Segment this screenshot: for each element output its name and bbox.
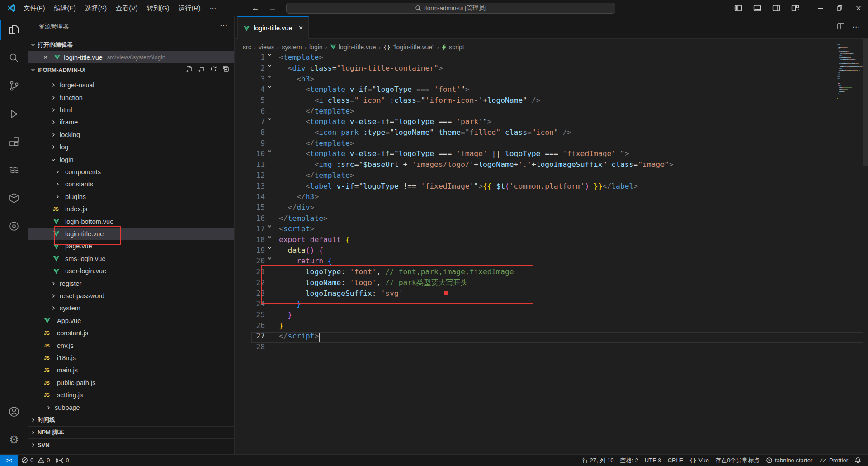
activity-circle-icon[interactable] <box>0 214 28 238</box>
breadcrumb-item-2[interactable]: system <box>282 43 302 51</box>
code-line-2[interactable]: 2<div class="login-title-container"> <box>235 63 868 74</box>
code-line-5[interactable]: 5<i class=" icon" :class="'iform-icon-'+… <box>235 95 868 106</box>
code-line-15[interactable]: 15</div> <box>235 202 868 213</box>
remote-indicator[interactable]: >< <box>0 455 18 466</box>
status-right-item-3[interactable]: CRLF <box>665 455 686 466</box>
activity-search-icon[interactable] <box>0 46 28 70</box>
layout-sidebar-right-button[interactable] <box>767 0 786 16</box>
tree-item-i18n.js[interactable]: JSi18n.js <box>28 352 235 364</box>
tree-item-user-login.vue[interactable]: user-login.vue <box>28 265 235 277</box>
command-center-search[interactable]: iform-admin-ui [管理员] <box>286 3 615 14</box>
tree-item-forget-usual[interactable]: forget-usual <box>28 79 235 91</box>
section-SVN[interactable]: SVN <box>28 438 235 451</box>
minimap[interactable] <box>837 44 864 108</box>
tree-item-components[interactable]: components <box>28 166 235 178</box>
menu-item-4[interactable]: 转到(G) <box>142 2 174 14</box>
fold-chevron-icon[interactable] <box>267 223 272 229</box>
tree-item-login[interactable]: login <box>28 153 235 166</box>
collapse-all-icon[interactable] <box>221 64 230 73</box>
menu-more[interactable]: ⋯ <box>205 2 221 14</box>
breadcrumb-item-5[interactable]: {}"login-title.vue" <box>383 43 434 51</box>
fold-chevron-icon[interactable] <box>267 74 272 79</box>
status-right-item-0[interactable]: 行 27, 列 10 <box>579 455 617 466</box>
tree-item-reset-password[interactable]: reset-password <box>28 290 235 302</box>
scrollbar[interactable] <box>863 39 868 166</box>
tree-item-function[interactable]: function <box>28 91 235 104</box>
activity-account-icon[interactable] <box>0 400 28 423</box>
activity-extensions-icon[interactable] <box>0 130 28 154</box>
code-line-4[interactable]: 4<template v-if="logoType === 'font'"> <box>235 84 868 95</box>
fold-chevron-icon[interactable] <box>267 84 272 90</box>
more-actions-icon[interactable]: ⋯ <box>852 22 860 32</box>
code-line-8[interactable]: 8<icon-park :type="logoName" theme="fill… <box>235 127 868 138</box>
breadcrumb-item-1[interactable]: views <box>259 43 274 51</box>
status-right-item-5[interactable]: 存在0个异常标点 <box>712 455 763 466</box>
code-content[interactable]: 1<template>2<div class="login-title-cont… <box>235 52 868 369</box>
open-editor-item[interactable]: × login-title.vue src\views\system\login <box>28 51 235 63</box>
status-right-item-2[interactable]: UTF-8 <box>642 455 665 466</box>
tree-item-register[interactable]: register <box>28 277 235 290</box>
tree-item-log[interactable]: log <box>28 141 235 153</box>
code-line-1[interactable]: 1<template> <box>235 52 868 63</box>
tree-item-system[interactable]: system <box>28 302 235 314</box>
code-line-3[interactable]: 3<h3> <box>235 74 868 85</box>
breadcrumb-item-6[interactable]: script <box>442 43 464 51</box>
fold-chevron-icon[interactable] <box>267 63 272 68</box>
code-line-27[interactable]: 27</script> <box>235 331 868 342</box>
code-line-12[interactable]: 12</template> <box>235 170 868 181</box>
tree-item-constants[interactable]: constants <box>28 178 235 190</box>
open-editors-header[interactable]: 打开的编辑器 <box>28 38 235 51</box>
activity-source-control-icon[interactable] <box>0 74 28 98</box>
code-line-19[interactable]: 19data() { <box>235 245 868 256</box>
code-line-9[interactable]: 9</template> <box>235 138 868 149</box>
close-button[interactable] <box>849 0 868 16</box>
minimize-button[interactable] <box>811 0 830 16</box>
menu-item-1[interactable]: 编辑(E) <box>50 2 80 14</box>
fold-chevron-icon[interactable] <box>267 234 272 240</box>
activity-package-icon[interactable] <box>0 186 28 210</box>
layout-custom-button[interactable] <box>786 0 805 16</box>
restore-button[interactable] <box>830 0 849 16</box>
close-icon[interactable]: × <box>43 53 47 62</box>
tree-item-setting.js[interactable]: JSsetting.js <box>28 389 235 401</box>
code-line-6[interactable]: 6</template> <box>235 106 868 117</box>
fold-chevron-icon[interactable] <box>267 256 272 261</box>
fold-chevron-icon[interactable] <box>267 148 272 154</box>
code-line-7[interactable]: 7<template v-else-if="logoType === 'park… <box>235 116 868 127</box>
breadcrumb-item-4[interactable]: login-title.vue <box>330 43 376 51</box>
section-NPM 脚本[interactable]: NPM 脚本 <box>28 426 235 438</box>
status-right-item-1[interactable]: 空格: 2 <box>617 455 641 466</box>
menu-item-0[interactable]: 文件(F) <box>19 2 50 14</box>
status-right-item-6[interactable]: tabnine starter <box>763 455 816 466</box>
menu-item-3[interactable]: 查看(V) <box>111 2 142 14</box>
new-file-icon[interactable] <box>184 64 193 73</box>
status-right-item-4[interactable]: {}Vue <box>686 455 712 466</box>
tree-item-App.vue[interactable]: App.vue <box>28 314 235 327</box>
menu-item-2[interactable]: 选择(S) <box>80 2 111 14</box>
activity-waves-icon[interactable] <box>0 158 28 182</box>
fold-chevron-icon[interactable] <box>267 116 272 122</box>
tree-item-env.js[interactable]: JSenv.js <box>28 339 235 352</box>
tree-item-subpage[interactable]: subpage <box>28 401 235 414</box>
new-folder-icon[interactable] <box>197 64 206 73</box>
tree-item-constant.js[interactable]: JSconstant.js <box>28 327 235 339</box>
fold-chevron-icon[interactable] <box>267 52 272 57</box>
code-line-16[interactable]: 16</template> <box>235 213 868 224</box>
refresh-icon[interactable] <box>209 64 218 73</box>
code-line-11[interactable]: 11<img :src="$baseUrl + 'images/logo/'+l… <box>235 159 868 170</box>
code-line-17[interactable]: 17<script> <box>235 223 868 234</box>
nav-forward-icon[interactable]: → <box>267 3 278 14</box>
breadcrumb-item-0[interactable]: src <box>243 43 251 51</box>
layout-panel-button[interactable] <box>748 0 767 16</box>
tree-item-index.js[interactable]: JSindex.js <box>28 203 235 215</box>
tree-item-iframe[interactable]: iframe <box>28 116 235 128</box>
status-left-item-0[interactable]: 00 <box>18 455 53 466</box>
breadcrumb-item-3[interactable]: login <box>309 43 323 51</box>
tree-item-sms-login.vue[interactable]: sms-login.vue <box>28 252 235 265</box>
activity-settings-gear-icon[interactable]: ⚙ <box>0 428 28 452</box>
tab-login-title-vue[interactable]: login-title.vue × <box>237 16 309 39</box>
code-line-13[interactable]: 13<label v-if="logoType !== 'fixedImage'… <box>235 181 868 192</box>
fold-chevron-icon[interactable] <box>267 245 272 251</box>
activity-run-debug-icon[interactable] <box>0 102 28 126</box>
code-line-14[interactable]: 14</h3> <box>235 191 868 202</box>
